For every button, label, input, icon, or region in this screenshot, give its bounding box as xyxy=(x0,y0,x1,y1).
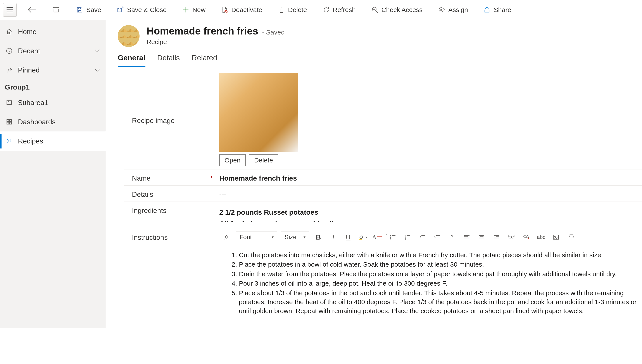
save-button[interactable]: Save xyxy=(68,0,109,20)
align-right-icon[interactable] xyxy=(491,232,502,242)
deactivate-label: Deactivate xyxy=(231,6,262,14)
indent-icon[interactable] xyxy=(432,232,443,242)
svg-point-13 xyxy=(524,236,526,238)
hamburger-icon xyxy=(6,8,13,12)
back-button[interactable] xyxy=(20,0,44,20)
nav-subarea1[interactable]: Subarea1 xyxy=(0,93,106,112)
name-label: Name xyxy=(132,174,150,182)
format-painter-icon[interactable] xyxy=(221,232,232,242)
assign-label: Assign xyxy=(448,6,468,14)
field-instructions: Instructions Font ▾ Size ▾ xyxy=(124,225,642,319)
size-dropdown[interactable]: Size ▾ xyxy=(281,231,309,243)
ingredients-line-1: 2 1/2 pounds Russet potatoes xyxy=(219,206,642,218)
chevron-down-icon xyxy=(95,68,100,72)
font-dropdown[interactable]: Font ▾ xyxy=(236,231,277,243)
open-new-window-button[interactable] xyxy=(44,0,68,20)
ingredients-line-2: Oil for frying such as vegetable oil xyxy=(219,218,642,222)
record-title: Homemade french fries xyxy=(146,25,258,37)
delete-button[interactable]: Delete xyxy=(270,0,315,20)
blockquote-icon[interactable]: ” xyxy=(446,232,458,242)
record-thumbnail[interactable] xyxy=(118,25,140,47)
record-status: - Saved xyxy=(262,28,284,36)
assign-button[interactable]: Assign xyxy=(430,0,476,20)
nav-group-header: Group1 xyxy=(0,80,106,93)
nav-subarea1-label: Subarea1 xyxy=(18,99,48,107)
ltr-icon[interactable] xyxy=(565,232,576,242)
nav-recipes[interactable]: Recipes xyxy=(0,132,106,151)
align-center-icon[interactable] xyxy=(476,232,488,242)
nav-pinned[interactable]: Pinned xyxy=(0,60,106,80)
instructions-editor[interactable]: Font ▾ Size ▾ B I U ▾ xyxy=(219,228,642,316)
chevron-down-icon xyxy=(95,49,100,52)
instruction-item: Cut the potatoes into matchsticks, eithe… xyxy=(239,250,640,260)
dashboard-icon xyxy=(6,118,13,125)
outdent-icon[interactable] xyxy=(417,232,428,242)
tab-general[interactable]: General xyxy=(118,54,146,67)
italic-icon[interactable]: I xyxy=(328,232,339,242)
record-header: Homemade french fries - Saved Recipe xyxy=(106,20,642,49)
rte-toolbar: Font ▾ Size ▾ B I U ▾ xyxy=(219,228,642,246)
refresh-icon xyxy=(323,6,330,13)
insert-image-icon[interactable] xyxy=(550,232,562,242)
open-new-window-icon xyxy=(53,6,60,13)
field-details: Details --- xyxy=(124,186,642,202)
image-open-button[interactable]: Open xyxy=(219,154,246,166)
new-button[interactable]: New xyxy=(174,0,213,20)
gear-icon xyxy=(6,138,13,144)
nav-dashboards[interactable]: Dashboards xyxy=(0,112,106,132)
font-color-icon[interactable]: A▾ xyxy=(372,232,384,242)
left-nav: Home Recent Pinned Group1 Subar xyxy=(0,20,106,328)
assign-icon xyxy=(438,6,445,13)
underline-icon[interactable]: U xyxy=(342,232,354,242)
recipe-image-label: Recipe image xyxy=(132,115,219,125)
strikethrough-icon[interactable]: abc xyxy=(536,232,547,242)
record-entity: Recipe xyxy=(146,38,285,46)
tab-details[interactable]: Details xyxy=(157,54,180,67)
nav-home[interactable]: Home xyxy=(0,22,106,41)
refresh-label: Refresh xyxy=(333,6,356,14)
delete-label: Delete xyxy=(288,6,307,14)
tab-related[interactable]: Related xyxy=(192,54,217,67)
tabs: General Details Related xyxy=(106,49,642,67)
highlight-icon[interactable]: ▾ xyxy=(357,232,368,242)
instructions-body[interactable]: Cut the potatoes into matchsticks, eithe… xyxy=(219,246,642,316)
instruction-item: Place the potatoes in a bowl of cold wat… xyxy=(239,260,640,269)
save-close-icon xyxy=(117,6,124,13)
instruction-item: Pour 3 inches of oil into a large, deep … xyxy=(239,279,640,288)
svg-point-5 xyxy=(390,235,391,236)
unlink-icon[interactable] xyxy=(520,232,532,242)
save-label: Save xyxy=(86,6,101,14)
details-value[interactable]: --- xyxy=(219,189,642,198)
pin-icon xyxy=(6,66,13,74)
nav-recent[interactable]: Recent xyxy=(0,41,106,60)
recipe-image[interactable] xyxy=(219,73,298,152)
save-close-label: Save & Close xyxy=(127,6,166,14)
refresh-button[interactable]: Refresh xyxy=(315,0,364,20)
nav-recent-label: Recent xyxy=(18,47,40,55)
home-icon xyxy=(6,28,13,35)
bold-icon[interactable]: B xyxy=(313,232,324,242)
caret-icon: ▾ xyxy=(304,235,306,240)
back-icon xyxy=(28,7,36,13)
clock-icon xyxy=(6,48,13,54)
plus-icon xyxy=(182,6,189,13)
check-access-icon xyxy=(372,6,378,13)
hamburger-button[interactable] xyxy=(3,3,16,16)
check-access-label: Check Access xyxy=(382,6,422,14)
link-icon[interactable] xyxy=(506,232,517,242)
share-label: Share xyxy=(494,6,511,14)
name-value[interactable]: Homemade french fries xyxy=(219,172,642,182)
instructions-label: Instructions xyxy=(132,228,219,242)
save-close-button[interactable]: Save & Close xyxy=(109,0,174,20)
ingredients-value[interactable]: 2 1/2 pounds Russet potatoes Oil for fry… xyxy=(219,205,642,222)
form-panel: Recipe image Open Delete Name * Homemade… xyxy=(118,70,642,328)
bullet-list-icon[interactable] xyxy=(387,232,398,242)
svg-point-1 xyxy=(372,7,376,11)
command-bar: Save Save & Close New Deactivate Delete … xyxy=(0,0,642,20)
check-access-button[interactable]: Check Access xyxy=(364,0,430,20)
image-delete-button[interactable]: Delete xyxy=(249,154,278,166)
numbered-list-icon[interactable]: 123 xyxy=(402,232,413,242)
share-button[interactable]: Share xyxy=(476,0,519,20)
deactivate-button[interactable]: Deactivate xyxy=(213,0,270,20)
align-left-icon[interactable] xyxy=(461,232,472,242)
